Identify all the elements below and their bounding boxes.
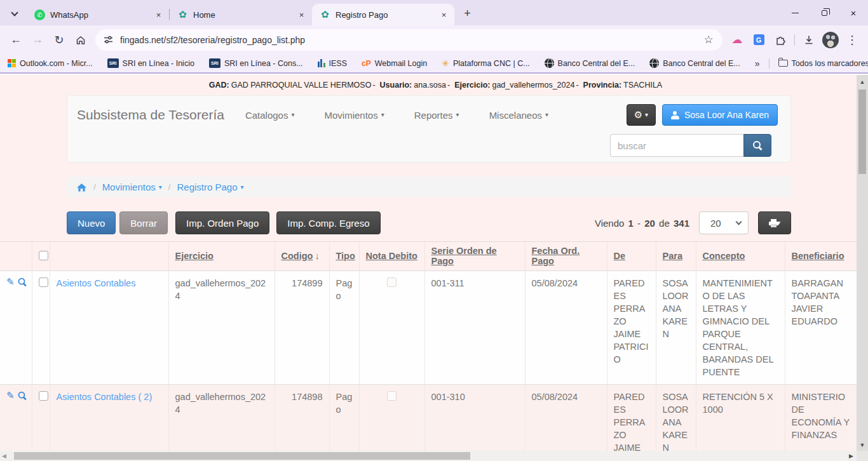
home-button[interactable] [70,29,92,51]
header-tipo[interactable]: Tipo [329,242,359,271]
bookmark-label: SRI en Línea - Cons... [224,59,303,68]
column-sort-link[interactable]: Nota Debito [366,251,417,261]
header-concepto[interactable]: Concepto [696,242,785,271]
header-de[interactable]: De [607,242,656,271]
menu-miscelaneos[interactable]: Miscelaneos ▾ [489,110,548,121]
scroll-down-arrow-icon[interactable]: ▼ [857,442,868,448]
header-serie-orden[interactable]: Serie Orden de Pago [424,242,525,271]
bookmark-sri-consultas[interactable]: SRI SRI en Línea - Cons... [209,58,303,68]
view-icon[interactable] [18,277,25,285]
microsoft-icon [8,59,16,67]
user-menu-button[interactable]: Sosa Loor Ana Karen [662,104,778,126]
url-text[interactable]: fingads.net/sf2/tesoreria/registro_pago_… [120,35,700,45]
breadcrumb-movimientos[interactable]: Movimientos ▾ [102,182,162,192]
column-sort-link[interactable]: Fecha Ord. Pago [532,246,580,266]
borrar-button[interactable]: Borrar [119,211,168,234]
bookmark-label: Banco Central del E... [558,59,635,68]
header-codigo[interactable]: Codigo↓ [275,242,329,271]
imp-comp-egreso-button[interactable]: Imp. Comp. Egreso [276,211,380,234]
back-button[interactable]: ← [5,29,27,51]
bookmark-outlook[interactable]: Outlook.com - Micr... [8,59,93,68]
bookmark-star-icon[interactable]: ☆ [700,31,717,49]
column-sort-link[interactable]: Tipo [336,251,355,261]
search-button[interactable] [743,134,771,157]
window-close-button[interactable]: × [839,0,868,25]
horizontal-scrollbar-thumb[interactable] [14,452,470,460]
select-all-checkbox[interactable] [39,251,48,260]
header-nota-debito[interactable]: Nota Debito [359,242,424,271]
profile-button[interactable] [820,29,841,51]
search-input[interactable] [610,134,743,157]
column-sort-link[interactable]: Serie Orden de Pago [431,246,497,266]
settings-dropdown-button[interactable]: ⚙ ▾ [627,104,656,126]
browser-menu-button[interactable]: ⋮ [841,29,863,51]
edit-icon[interactable]: ✎ [6,277,15,286]
print-button[interactable]: ▾ [758,211,791,234]
edit-icon[interactable]: ✎ [6,391,15,400]
window-minimize-button[interactable] [780,0,810,25]
bookmark-cnc[interactable]: ✳ Plataforma CNC | C... [442,58,529,69]
user-name: Sosa Loor Ana Karen [684,110,769,120]
downloads-button[interactable] [798,29,820,51]
bookmark-banco-central-1[interactable]: Banco Central del E... [545,58,635,68]
row-name-link[interactable]: Asientos Contables ( 2) [57,392,153,402]
all-bookmarks-button[interactable]: Todos los marcadores [778,59,868,68]
tab-close-icon[interactable]: × [438,10,449,20]
reload-button[interactable]: ↻ [48,29,70,51]
breadcrumb-registro-pago[interactable]: Registro Pago ▾ [177,182,243,192]
url-bar[interactable]: fingads.net/sf2/tesoreria/registro_pago_… [95,29,722,51]
column-sort-link[interactable]: Concepto [703,251,745,261]
imp-orden-pago-button[interactable]: Imp. Orden Pago [175,211,269,234]
bookmark-webmail[interactable]: cP Webmail Login [362,59,427,68]
table-row: ✎ Asientos Contables gad_vallehermos_202… [0,271,857,384]
scroll-up-arrow-icon[interactable]: ▲ [857,79,868,85]
page-size-select[interactable]: 20 [699,211,749,234]
app-brand[interactable]: Subsistema de Tesorería [77,107,224,123]
cell-beneficiario: MINISTERIO DE ECONOMÍA Y FINANZAS [785,384,857,452]
header-para[interactable]: Para [656,242,696,271]
row-name-link[interactable]: Asientos Contables [57,278,136,288]
site-settings-icon[interactable] [103,34,114,45]
row-checkbox[interactable] [39,277,48,287]
column-sort-link[interactable]: Para [663,251,682,261]
header-ejercicio[interactable]: Ejercicio [168,242,275,271]
horizontal-scrollbar[interactable]: ◀ ▶ [0,451,857,461]
vertical-scrollbar[interactable]: ▲ ▼ [857,75,868,451]
breadcrumb-label: Registro Pago [177,182,237,192]
column-sort-link[interactable]: Ejercicio [175,251,214,261]
more-bookmarks-icon[interactable]: » [755,58,760,69]
tab-whatsapp[interactable]: ✆ WhatsApp × [27,4,169,25]
tab-close-icon[interactable]: × [153,10,164,20]
bookmark-sri-inicio[interactable]: SRI SRI en Línea - Inicio [107,58,194,68]
menu-reportes[interactable]: Reportes ▾ [414,110,459,121]
new-tab-button[interactable]: + [459,5,476,22]
bookmark-banco-central-2[interactable]: Banco Central del E... [649,58,740,68]
forward-button[interactable]: → [27,29,48,51]
home-breadcrumb-icon[interactable] [76,182,87,192]
nuevo-button[interactable]: Nuevo [67,211,116,234]
scroll-right-arrow-icon[interactable]: ▶ [849,453,853,459]
tab-home[interactable]: ✿ Home × [170,4,312,25]
tab-title: WhatsApp [50,10,153,20]
view-icon[interactable] [18,391,25,399]
column-sort-link[interactable]: Beneficiario [792,251,844,261]
scroll-left-arrow-icon[interactable]: ◀ [2,453,6,459]
scrollbar-corner [857,451,868,461]
column-sort-link[interactable]: De [614,251,626,261]
window-restore-button[interactable] [810,0,839,25]
tab-registro-pago-active[interactable]: ✿ Registro Pago × [312,4,454,25]
translate-button[interactable]: G [748,29,770,51]
row-checkbox[interactable] [39,391,48,401]
bookmark-iess[interactable]: IESS [318,59,348,68]
tab-search-menu-button[interactable] [5,4,24,22]
tab-close-icon[interactable]: × [296,10,307,20]
menu-catalogos[interactable]: Catalogos ▾ [245,110,295,121]
header-fecha-orden[interactable]: Fecha Ord. Pago [525,242,607,271]
column-sort-link[interactable]: Codigo [281,251,313,261]
menu-movimientos[interactable]: Movimientos ▾ [324,110,384,121]
vertical-scrollbar-thumb[interactable] [858,90,866,174]
extensions-button[interactable] [770,29,791,51]
breadcrumb-separator: / [93,182,96,192]
header-beneficiario[interactable]: Beneficiario [785,242,857,271]
extension-cloud-button[interactable]: ☁ [726,29,748,51]
